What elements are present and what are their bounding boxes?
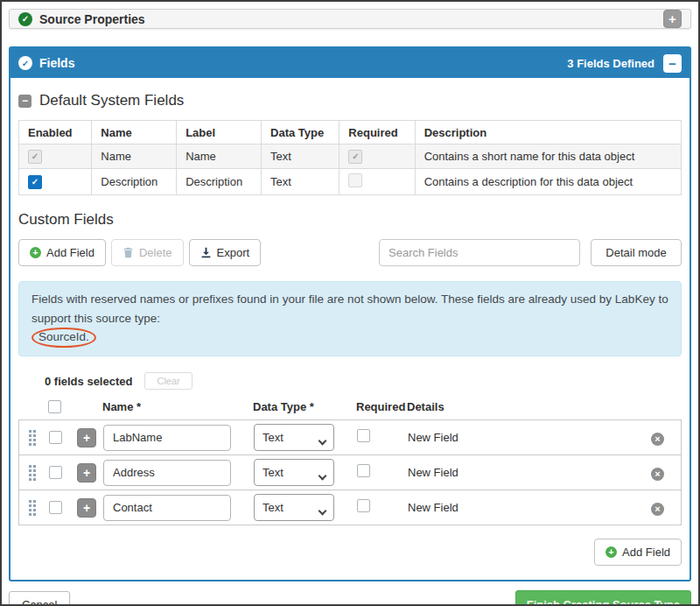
expand-field-button[interactable]: + (77, 498, 96, 518)
field-name-input[interactable] (103, 495, 231, 521)
required-checkbox-disabled: ✓ (348, 150, 362, 164)
field-name-input[interactable] (103, 460, 231, 486)
clear-selection-button[interactable]: Clear (144, 372, 192, 390)
grid-header-details: Details (407, 400, 652, 413)
field-details: New Field (408, 431, 651, 444)
page: ✓ Source Properties + ✓ Fields 3 Fields … (0, 0, 700, 606)
fields-selected-count: 0 fields selected (45, 375, 132, 388)
check-circle-icon: ✓ (18, 56, 32, 70)
finish-creating-source-type-button[interactable]: Finish Creating Source Type (515, 590, 691, 606)
fields-panel: ✓ Fields 3 Fields Defined − − Default Sy… (9, 46, 691, 581)
cell-name: Name (92, 144, 177, 169)
footer-actions: Cancel Finish Creating Source Type (9, 581, 691, 606)
required-checkbox[interactable] (357, 464, 370, 477)
row-checkbox[interactable] (49, 466, 62, 479)
add-field-bottom-wrap: + Add Field (18, 539, 682, 566)
data-type-select[interactable]: Text (254, 494, 334, 521)
cell-name: Description (92, 169, 177, 195)
cell-description: Contains a description for this data obj… (415, 169, 681, 195)
fields-panel-header: ✓ Fields 3 Fields Defined − (10, 48, 690, 78)
cell-data-type: Text (262, 144, 340, 169)
expand-panel-button[interactable]: + (663, 10, 682, 28)
fields-title: Fields (39, 56, 74, 70)
custom-field-row: + Text New Field × (18, 490, 682, 525)
field-details: New Field (408, 466, 651, 479)
custom-fields-grid-header: Name * Data Type * Required Details (18, 391, 682, 420)
download-icon (200, 247, 212, 258)
check-circle-icon: ✓ (18, 12, 32, 26)
collapse-panel-button[interactable]: − (663, 54, 682, 73)
data-type-select[interactable]: Text (254, 424, 334, 451)
reserved-field-annotation: SourceId. (32, 328, 96, 348)
default-system-fields-table: Enabled Name Label Data Type Required De… (18, 120, 682, 195)
default-system-fields-title: Default System Fields (39, 92, 184, 109)
drag-handle-icon[interactable] (29, 465, 32, 468)
column-header-required: Required (340, 121, 415, 144)
expand-field-button[interactable]: + (77, 428, 96, 447)
custom-fields-title: Custom Fields (18, 211, 682, 229)
export-button[interactable]: Export (189, 239, 262, 266)
custom-field-row: + Text New Field × (18, 419, 682, 455)
remove-field-icon[interactable]: × (651, 433, 664, 446)
column-header-data-type: Data Type (262, 121, 340, 144)
search-fields-input[interactable] (379, 239, 580, 266)
drag-handle-icon[interactable] (29, 500, 32, 503)
table-row: ✓ Name Name Text ✓ Contains a short name… (19, 144, 682, 169)
remove-field-icon[interactable]: × (651, 503, 664, 516)
enabled-checkbox-disabled: ✓ (28, 150, 42, 164)
reserved-fields-alert: Fields with reserved names or prefixes f… (18, 281, 682, 356)
row-checkbox[interactable] (49, 501, 62, 514)
column-header-name: Name (92, 121, 177, 144)
table-row: ✓ Description Description Text Contains … (19, 169, 682, 195)
field-name-input[interactable] (103, 425, 231, 451)
required-checkbox[interactable] (357, 429, 370, 442)
data-type-select[interactable]: Text (254, 459, 334, 486)
enabled-checkbox[interactable]: ✓ (28, 175, 42, 189)
column-header-enabled: Enabled (19, 121, 92, 144)
trash-icon (122, 247, 134, 258)
cell-description: Contains a short name for this data obje… (415, 144, 681, 169)
fields-defined-badge: 3 Fields Defined (567, 57, 654, 70)
field-details: New Field (408, 501, 651, 514)
detail-mode-button[interactable]: Detail mode (591, 239, 682, 266)
fields-panel-body: − Default System Fields Enabled Name Lab… (10, 78, 690, 580)
collapse-section-icon[interactable]: − (18, 95, 32, 108)
table-header-row: Enabled Name Label Data Type Required De… (19, 121, 682, 144)
cell-label: Description (177, 169, 262, 195)
column-header-description: Description (415, 121, 681, 144)
column-header-label: Label (177, 121, 262, 144)
plus-circle-icon: + (606, 546, 617, 558)
row-checkbox[interactable] (49, 431, 62, 444)
add-field-button-bottom[interactable]: + Add Field (594, 539, 682, 566)
grid-header-data-type: Data Type * (253, 400, 356, 413)
expand-field-button[interactable]: + (77, 463, 96, 483)
required-checkbox[interactable] (357, 499, 370, 512)
cell-label: Name (177, 144, 262, 169)
delete-button[interactable]: Delete (111, 239, 184, 266)
select-all-checkbox[interactable] (48, 400, 61, 413)
add-field-button[interactable]: + Add Field (18, 239, 106, 266)
plus-circle-icon: + (30, 247, 41, 258)
grid-header-name: Name * (102, 400, 253, 413)
cell-data-type: Text (262, 169, 340, 195)
source-properties-title: Source Properties (39, 12, 145, 26)
alert-message: Fields with reserved names or prefixes f… (32, 292, 668, 325)
cancel-button[interactable]: Cancel (9, 591, 70, 606)
remove-field-icon[interactable]: × (651, 468, 664, 481)
required-checkbox-disabled (348, 173, 362, 187)
custom-fields-toolbar: + Add Field Delete Export Detail mode (18, 239, 682, 266)
custom-field-row: + Text New Field × (18, 454, 682, 490)
drag-handle-icon[interactable] (29, 430, 32, 433)
grid-header-required: Required (356, 400, 407, 413)
source-properties-panel-header: ✓ Source Properties + (9, 9, 691, 29)
default-system-fields-header: − Default System Fields (18, 92, 682, 109)
selection-summary: 0 fields selected Clear (45, 372, 682, 390)
